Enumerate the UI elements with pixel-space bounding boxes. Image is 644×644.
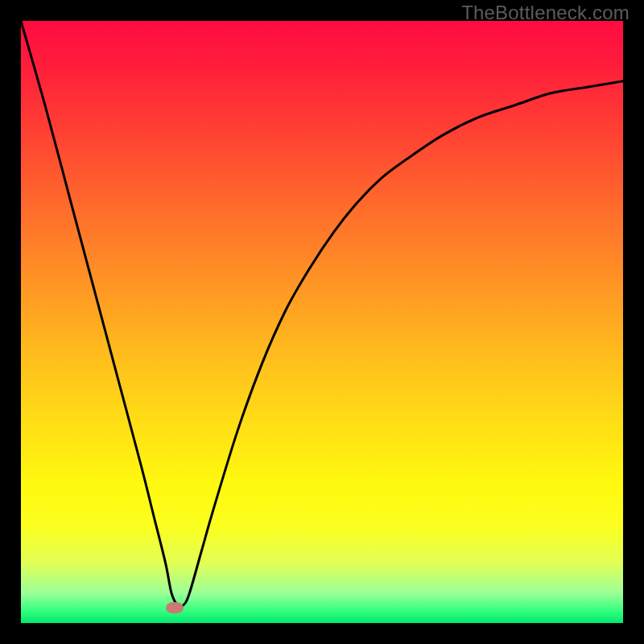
bottleneck-curve-path [21, 21, 623, 606]
curve-svg [21, 21, 623, 623]
minimum-marker [166, 602, 184, 613]
plot-area [21, 21, 623, 623]
chart-frame: TheBottleneck.com [0, 0, 644, 644]
